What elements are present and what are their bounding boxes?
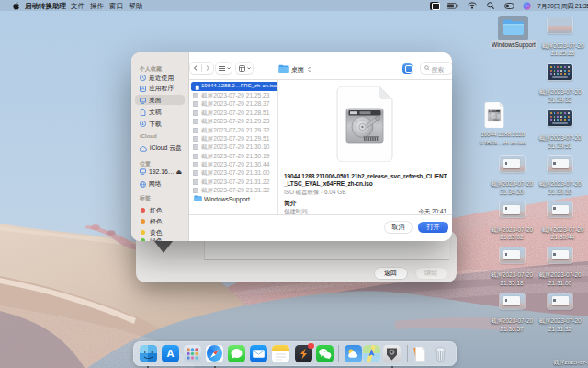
svg-text:A: A — [141, 86, 145, 91]
